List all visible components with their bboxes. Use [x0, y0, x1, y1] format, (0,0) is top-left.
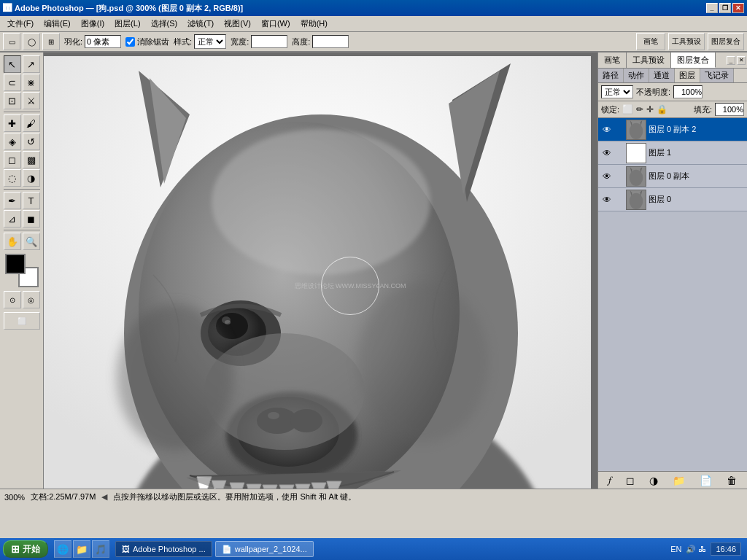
- layer-eye-2[interactable]: 👁: [601, 171, 613, 182]
- brush-tool[interactable]: 🖌: [23, 114, 40, 132]
- svg-marker-33: [640, 120, 643, 125]
- heal-tool[interactable]: ✚: [4, 114, 21, 132]
- main-area: ↖ ↗ ⊂ ⋇ ⊡ ⚔ ✚ 🖌 ◈ ↺ ◻ ▩ ◌ ◑ ✒: [0, 52, 747, 489]
- magic-wand-tool[interactable]: ⋇: [23, 74, 40, 91]
- blur-tool[interactable]: ◌: [4, 169, 21, 187]
- minimize-button[interactable]: _: [706, 3, 718, 13]
- selection-tool[interactable]: ↖: [4, 55, 21, 73]
- options-bar: ▭ ◯ ⊞ 羽化: 消除锯齿 样式: 正常 宽度: 高度: 画笔 工具预设 图层…: [0, 32, 747, 52]
- eraser-tool[interactable]: ◻: [4, 151, 21, 168]
- brush-toggle[interactable]: 画笔: [636, 33, 665, 50]
- lock-all-btn[interactable]: 🔒: [657, 104, 667, 114]
- layer-chain-2: [615, 171, 624, 182]
- taskbar-photoshop[interactable]: 🖼 Adobe Photoshop ...: [115, 541, 212, 557]
- shape-tool[interactable]: ◼: [23, 210, 40, 228]
- menu-help[interactable]: 帮助(H): [296, 17, 332, 31]
- layer-group-btn[interactable]: 📁: [670, 475, 687, 486]
- tool-row-7: ◌ ◑: [4, 169, 40, 187]
- width-input[interactable]: [251, 35, 287, 48]
- marquee-ellipse[interactable]: ◯: [23, 33, 40, 50]
- text-tool[interactable]: T: [23, 192, 40, 209]
- layer-comp-tab[interactable]: 图层复合: [671, 52, 716, 68]
- layer-item-0[interactable]: 👁 图层 0 副本 2: [598, 118, 747, 141]
- menu-layer[interactable]: 图层(L): [110, 17, 144, 31]
- crop-tool[interactable]: ⊡: [4, 92, 21, 109]
- svg-point-13: [225, 320, 231, 324]
- start-button[interactable]: ⊞ 开始: [3, 540, 48, 558]
- layer-eye-1[interactable]: 👁: [601, 147, 613, 159]
- standard-mode[interactable]: ⊙: [4, 291, 21, 308]
- blend-mode-select[interactable]: 正常: [601, 85, 633, 98]
- brush-panel-tab[interactable]: 画笔: [598, 52, 627, 68]
- path-select-tool[interactable]: ⊿: [4, 210, 21, 228]
- status-bar: 300% 文档:2.25M/7.97M ◀ 点按并拖移以移动图层或选区。要用附加…: [0, 489, 747, 505]
- antialias-group: 消除锯齿: [125, 36, 169, 47]
- tool-preset-tab[interactable]: 工具预设: [627, 52, 671, 68]
- tool-preset-toggle[interactable]: 工具预设: [668, 33, 705, 50]
- layer-new-btn[interactable]: 📄: [697, 475, 714, 486]
- screen-mode[interactable]: ⬜: [4, 312, 40, 330]
- channels-tab[interactable]: 通道: [649, 69, 675, 82]
- fill-tool[interactable]: ▩: [23, 151, 40, 168]
- taskbar-wallpaper[interactable]: 📄 wallpaper_2_1024...: [215, 541, 314, 557]
- antialias-checkbox[interactable]: [125, 37, 135, 47]
- layer-adj-btn[interactable]: ◑: [647, 475, 660, 486]
- scroll-left-btn[interactable]: ◀: [101, 492, 107, 502]
- media-icon[interactable]: 🎵: [92, 540, 109, 558]
- layer-chain-3: [615, 194, 624, 206]
- foreground-color-swatch[interactable]: [5, 254, 26, 274]
- style-select[interactable]: 正常: [194, 34, 226, 49]
- close-button[interactable]: ✕: [732, 3, 744, 13]
- lock-position-btn[interactable]: ✛: [646, 104, 654, 114]
- height-input[interactable]: [312, 35, 349, 48]
- lock-image-btn[interactable]: ✏: [636, 104, 643, 114]
- panel-minimize-btn[interactable]: _: [727, 56, 735, 65]
- hand-tool[interactable]: ✋: [4, 233, 21, 250]
- menu-file[interactable]: 文件(F): [3, 17, 38, 31]
- menu-view[interactable]: 视图(V): [220, 17, 255, 31]
- layer-fx-btn[interactable]: 𝑓: [606, 474, 614, 486]
- canvas-area[interactable]: 思维设计论坛 WWW.MISSYéAN.COM: [44, 52, 597, 489]
- layer-delete-btn[interactable]: 🗑: [724, 475, 739, 486]
- layer-item-1[interactable]: 👁 图层 1: [598, 141, 747, 165]
- paths-tab[interactable]: 路径: [598, 69, 624, 82]
- layers-lock-row: 锁定: ⬜ ✏ ✛ 🔒 填充:: [598, 101, 747, 118]
- history-tab[interactable]: 飞记录: [700, 69, 734, 82]
- feather-input[interactable]: [85, 35, 121, 48]
- menu-filter[interactable]: 滤镜(T): [183, 17, 218, 31]
- antialias-label: 消除锯齿: [137, 36, 169, 47]
- history-brush-tool[interactable]: ↺: [23, 133, 40, 150]
- layer-item-3[interactable]: 👁 图层 0: [598, 188, 747, 211]
- svg-point-30: [357, 282, 489, 443]
- menu-window[interactable]: 窗口(W): [257, 17, 295, 31]
- ie-icon[interactable]: 🌐: [54, 540, 71, 558]
- fill-input[interactable]: [715, 103, 744, 116]
- dodge-tool[interactable]: ◑: [23, 169, 40, 187]
- lock-transparent-btn[interactable]: ⬜: [622, 104, 633, 114]
- folder-icon[interactable]: 📁: [73, 540, 90, 558]
- panel-close-btn[interactable]: ✕: [737, 56, 746, 65]
- menu-edit[interactable]: 编辑(E): [39, 17, 75, 31]
- layer-mask-btn[interactable]: ◻: [624, 475, 637, 486]
- direct-select-tool[interactable]: ↗: [23, 55, 40, 73]
- lasso-tool[interactable]: ⊂: [4, 74, 21, 91]
- layer-eye-0[interactable]: 👁: [601, 124, 613, 136]
- restore-button[interactable]: ❐: [719, 3, 731, 13]
- clone-tool[interactable]: ◈: [4, 133, 21, 150]
- menu-image[interactable]: 图像(I): [77, 17, 109, 31]
- layers-tab[interactable]: 图层: [675, 69, 700, 82]
- title-bar-controls: _ ❐ ✕: [706, 3, 744, 13]
- layer-item-2[interactable]: 👁 图层 0 副本: [598, 165, 747, 188]
- marquee-rect[interactable]: ▭: [3, 33, 20, 50]
- slice-tool[interactable]: ⚔: [23, 92, 40, 109]
- actions-tab[interactable]: 动作: [624, 69, 649, 82]
- pen-tool[interactable]: ✒: [4, 192, 21, 209]
- zoom-tool[interactable]: 🔍: [23, 233, 40, 250]
- menu-select[interactable]: 选择(S): [147, 17, 182, 31]
- layer-eye-3[interactable]: 👁: [601, 194, 613, 206]
- svg-marker-38: [630, 190, 632, 195]
- marquee-single-row[interactable]: ⊞: [42, 33, 60, 50]
- quick-mask-mode[interactable]: ◎: [23, 291, 40, 308]
- layer-comp-toggle[interactable]: 图层复合: [708, 33, 744, 50]
- opacity-input[interactable]: [673, 85, 703, 98]
